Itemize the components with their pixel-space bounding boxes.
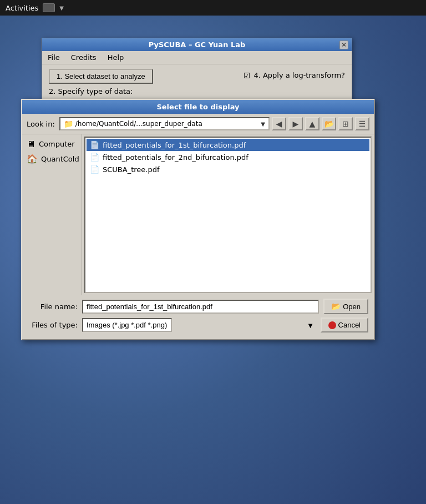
sidebar-item-computer[interactable]: 🖥 Computer [22,137,82,152]
file-dialog-titlebar: Select file to display [22,100,374,114]
file-dialog-toolbar: Look in: 📁 /home/QuantCold/...super_dupe… [22,114,374,134]
menu-help[interactable]: Help [105,52,126,63]
filename-label: File name: [28,303,78,311]
open-folder-icon: 📂 [331,302,341,311]
file-item-3[interactable]: 📄 SCUBA_tree.pdf [87,163,369,175]
folder-icon: 📁 [64,119,73,128]
pyscuba-title: PySCUBA – GC Yuan Lab [149,41,246,49]
file-name-1: fitted_potentials_for_1st_bifurcation.pd… [103,141,246,149]
pyscuba-menubar: File Credits Help [42,51,352,64]
sidebar-computer-label: Computer [39,140,75,148]
up-button[interactable]: ▲ [305,117,320,130]
open-label: Open [343,303,361,311]
file-item-2[interactable]: 📄 fitted_potentials_for_2nd_bifurcation.… [87,151,369,163]
file-dialog-footer: File name: 📂 Open Files of type: Images … [22,295,374,339]
filetype-row: Files of type: Images (*.jpg *.pdf *.png… [28,317,368,332]
pdf-icon-2: 📄 [90,153,99,162]
pyscuba-close-button[interactable]: × [339,41,348,49]
dropdown-arrow-icon: ▼ [261,121,265,127]
grid-view-button[interactable]: ⊞ [338,117,353,130]
new-folder-button[interactable]: 📂 [322,117,336,130]
file-name-2: fitted_potentials_for_2nd_bifurcation.pd… [103,153,248,162]
filename-input[interactable] [82,300,319,314]
filetype-select-wrapper: Images (*.jpg *.pdf *.png) ▼ [82,318,316,332]
home-icon: 🏠 [27,154,38,164]
filename-row: File name: 📂 Open [28,299,368,314]
back-button[interactable]: ◀ [272,117,286,130]
list-view-button[interactable]: ☰ [355,117,369,130]
step4-label: 4. Apply a log-transform? [253,71,345,79]
cancel-icon [328,321,336,329]
file-dialog-body: 🖥 Computer 🏠 QuantCold 📄 fitted_potentia… [22,134,374,295]
sidebar-quantcold-label: QuantCold [41,155,79,163]
cancel-button[interactable]: Cancel [321,317,368,332]
file-dialog-sidebar: 🖥 Computer 🏠 QuantCold [22,134,82,295]
pdf-icon-3: 📄 [90,165,99,174]
select-arrow-icon: ▼ [308,322,313,328]
computer-icon: 🖥 [27,139,36,149]
pdf-icon-1: 📄 [90,140,99,149]
sidebar-item-quantcold[interactable]: 🏠 QuantCold [22,152,82,167]
step1-button[interactable]: 1. Select dataset to analyze [49,69,153,84]
cancel-label: Cancel [338,321,361,329]
step4-check: ☑ 4. Apply a log-transform? [244,71,345,80]
menu-credits[interactable]: Credits [69,52,99,63]
file-name-3: SCUBA_tree.pdf [103,165,160,174]
lookin-path: /home/QuantCold/...super_duper_data [75,120,258,128]
file-dialog: Select file to display Look in: 📁 /home/… [21,99,375,340]
dropdown-arrow-icon[interactable]: ▼ [59,5,64,11]
activities-label[interactable]: Activities [6,4,38,12]
open-button[interactable]: 📂 Open [323,299,368,314]
filetype-select[interactable]: Images (*.jpg *.pdf *.png) [82,318,172,332]
top-bar: Activities ▼ [0,0,426,16]
pyscuba-titlebar: PySCUBA – GC Yuan Lab × [42,38,352,51]
lookin-dropdown[interactable]: 📁 /home/QuantCold/...super_duper_data ▼ [59,117,270,130]
menu-file[interactable]: File [45,52,62,63]
forward-button[interactable]: ▶ [288,117,303,130]
file-item-1[interactable]: 📄 fitted_potentials_for_1st_bifurcation.… [87,139,369,151]
file-dialog-title: Select file to display [156,103,239,111]
step2-label: 2. Specify type of data: [49,87,345,95]
file-list: 📄 fitted_potentials_for_1st_bifurcation.… [84,137,372,293]
window-icon [43,3,55,12]
lookin-label: Look in: [27,120,55,128]
filetype-label: Files of type: [28,321,78,329]
